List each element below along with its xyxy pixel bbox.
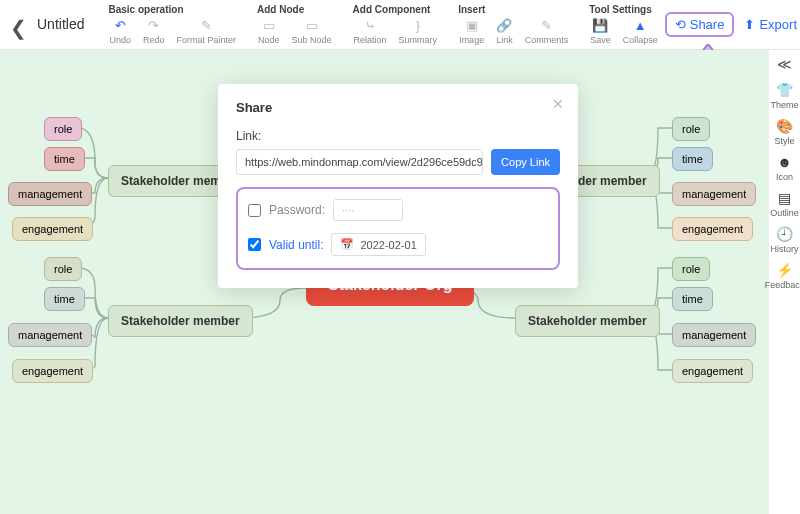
password-label: Password: <box>269 203 325 217</box>
leaf-mgmt-tl[interactable]: management <box>8 182 92 206</box>
validuntil-date-value: 2022-02-01 <box>360 239 416 251</box>
rail-feedback[interactable]: ⚡Feedback <box>765 262 800 290</box>
image-button[interactable]: ▣Image <box>454 17 489 45</box>
toolbar: ❮ Untitled Basic operation ↶Undo ↷Redo ✎… <box>0 0 800 50</box>
leaf-mgmt-tr[interactable]: management <box>672 182 756 206</box>
export-label: Export <box>759 17 797 32</box>
node-icon: ▭ <box>261 17 277 33</box>
export-icon: ⬆ <box>744 17 755 32</box>
summary-button[interactable]: }Summary <box>394 17 443 45</box>
group-insert-label: Insert <box>454 4 573 17</box>
node-button[interactable]: ▭Node <box>253 17 285 45</box>
leaf-role-br[interactable]: role <box>672 257 710 281</box>
image-icon: ▣ <box>464 17 480 33</box>
modal-title: Share <box>236 100 560 115</box>
leaf-mgmt-br[interactable]: management <box>672 323 756 347</box>
collapse-rail-button[interactable]: ≪ <box>777 56 792 72</box>
feedback-icon: ⚡ <box>776 262 793 278</box>
share-modal: ✕ Share Link: https://web.mindonmap.com/… <box>218 84 578 288</box>
icon-icon: ☻ <box>777 154 792 170</box>
link-button[interactable]: 🔗Link <box>491 17 518 45</box>
relation-icon: ⤷ <box>362 17 378 33</box>
validuntil-label: Valid until: <box>269 238 323 252</box>
link-icon: 🔗 <box>496 17 512 33</box>
password-checkbox[interactable] <box>248 204 261 217</box>
leaf-engag-bl[interactable]: engagement <box>12 359 93 383</box>
leaf-engag-tl[interactable]: engagement <box>12 217 93 241</box>
doc-title[interactable]: Untitled <box>37 4 102 32</box>
leaf-time-tl[interactable]: time <box>44 147 85 171</box>
outline-icon: ▤ <box>778 190 791 206</box>
modal-close-button[interactable]: ✕ <box>552 96 564 112</box>
leaf-engag-tr[interactable]: engagement <box>672 217 753 241</box>
rail-history[interactable]: 🕘History <box>770 226 798 254</box>
group-addnode-label: Add Node <box>253 4 337 17</box>
copy-link-button[interactable]: Copy Link <box>491 149 560 175</box>
leaf-role-tl[interactable]: role <box>44 117 82 141</box>
share-link-input[interactable]: https://web.mindonmap.com/view/2d296ce59… <box>236 149 483 175</box>
group-insert: Insert ▣Image 🔗Link ✎Comments <box>452 4 575 45</box>
format-painter-button[interactable]: ✎Format Painter <box>172 17 242 45</box>
group-addnode: Add Node ▭Node ▭Sub Node <box>251 4 339 45</box>
comments-icon: ✎ <box>538 17 554 33</box>
undo-button[interactable]: ↶Undo <box>104 17 136 45</box>
leaf-time-br[interactable]: time <box>672 287 713 311</box>
share-label: Share <box>690 17 725 32</box>
share-button[interactable]: ⟲ Share <box>665 12 735 37</box>
leaf-role-bl[interactable]: role <box>44 257 82 281</box>
rail-style[interactable]: 🎨Style <box>774 118 794 146</box>
comments-button[interactable]: ✎Comments <box>520 17 574 45</box>
collapse-icon: ▲ <box>632 17 648 33</box>
group-addcomp: Add Component ⤷Relation }Summary <box>347 4 445 45</box>
share-icon: ⟲ <box>675 17 686 32</box>
export-button[interactable]: ⬆ Export <box>740 14 800 35</box>
rail-outline[interactable]: ▤Outline <box>770 190 799 218</box>
group-basic: Basic operation ↶Undo ↷Redo ✎Format Pain… <box>102 4 243 45</box>
save-icon: 💾 <box>592 17 608 33</box>
member-node-br[interactable]: Stakeholder member <box>515 305 660 337</box>
theme-icon: 👕 <box>776 82 793 98</box>
collapse-button[interactable]: ▲Collapse <box>618 17 663 45</box>
rail-theme[interactable]: 👕Theme <box>770 82 798 110</box>
right-rail: ≪ 👕Theme 🎨Style ☻Icon ▤Outline 🕘History … <box>768 50 800 514</box>
subnode-icon: ▭ <box>304 17 320 33</box>
back-button[interactable]: ❮ <box>8 4 37 40</box>
summary-icon: } <box>410 17 426 33</box>
style-icon: 🎨 <box>776 118 793 134</box>
leaf-time-bl[interactable]: time <box>44 287 85 311</box>
leaf-mgmt-bl[interactable]: management <box>8 323 92 347</box>
save-button[interactable]: 💾Save <box>585 17 616 45</box>
calendar-icon: 📅 <box>340 238 354 251</box>
group-addcomp-label: Add Component <box>349 4 443 17</box>
member-node-bl[interactable]: Stakeholder member <box>108 305 253 337</box>
rail-icon[interactable]: ☻Icon <box>776 154 793 182</box>
validuntil-date-input[interactable]: 📅 2022-02-01 <box>331 233 425 256</box>
format-painter-icon: ✎ <box>198 17 214 33</box>
group-tools-label: Tool Settings <box>585 4 663 17</box>
relation-button[interactable]: ⤷Relation <box>349 17 392 45</box>
undo-icon: ↶ <box>112 17 128 33</box>
share-options-box: Password: ···· Valid until: 📅 2022-02-01 <box>236 187 560 270</box>
validuntil-checkbox[interactable] <box>248 238 261 251</box>
redo-icon: ↷ <box>146 17 162 33</box>
redo-button[interactable]: ↷Redo <box>138 17 170 45</box>
leaf-role-tr[interactable]: role <box>672 117 710 141</box>
group-tools: Tool Settings 💾Save ▲Collapse <box>583 4 665 45</box>
leaf-engag-br[interactable]: engagement <box>672 359 753 383</box>
leaf-time-tr[interactable]: time <box>672 147 713 171</box>
subnode-button[interactable]: ▭Sub Node <box>287 17 337 45</box>
link-label: Link: <box>236 129 560 143</box>
group-basic-label: Basic operation <box>104 4 241 17</box>
history-icon: 🕘 <box>776 226 793 242</box>
password-input[interactable]: ···· <box>333 199 403 221</box>
